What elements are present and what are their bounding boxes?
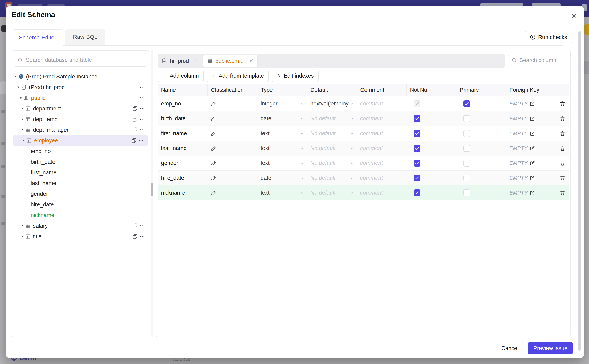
edit-foreign-key-icon[interactable] [529,175,535,181]
type-select[interactable]: text [261,145,307,151]
primary-checkbox[interactable] [463,160,470,167]
more-menu-icon[interactable] [139,234,145,239]
more-menu-icon[interactable] [139,116,145,122]
caret-down-icon[interactable] [18,96,23,100]
tree-item-employee[interactable]: employee [13,135,148,146]
comment-input[interactable]: comment [360,160,383,166]
caret-down-icon[interactable] [16,85,21,89]
type-select[interactable]: text [261,130,307,136]
copy-icon[interactable] [131,138,137,143]
edit-indexes-button[interactable]: Edit indexes [272,70,319,82]
not-null-checkbox[interactable] [414,100,421,107]
not-null-checkbox[interactable] [414,160,421,167]
close-icon[interactable] [571,13,577,20]
primary-checkbox[interactable] [463,115,470,122]
edit-foreign-key-icon[interactable] [529,116,535,122]
cancel-button[interactable]: Cancel [497,342,523,354]
column-name-input[interactable]: nickname [161,190,185,196]
delete-column-icon[interactable] [559,160,566,166]
caret-right-icon[interactable] [20,117,25,121]
more-menu-icon[interactable] [138,138,144,143]
edit-foreign-key-icon[interactable] [529,130,535,136]
column-name-input[interactable]: hire_date [161,175,184,181]
type-select[interactable]: date [261,115,307,122]
default-select[interactable]: No default [310,160,357,166]
classification-edit-icon[interactable] [211,145,217,151]
primary-checkbox[interactable] [463,175,470,182]
default-select[interactable]: No default [310,145,357,151]
run-checks-button[interactable]: Run checks [525,31,572,43]
tab-raw-sql[interactable]: Raw SQL [65,29,105,45]
editor-tab-public-em-[interactable]: public.em... [203,55,258,67]
column-name-input[interactable]: last_name [161,145,187,151]
edit-foreign-key-icon[interactable] [529,145,535,151]
copy-icon[interactable] [132,234,138,239]
caret-down-icon[interactable] [21,138,26,143]
database-search-box[interactable] [14,53,147,67]
primary-checkbox[interactable] [463,145,470,152]
default-select[interactable]: No default [310,130,357,136]
delete-column-icon[interactable] [559,145,566,151]
edit-foreign-key-icon[interactable] [529,190,535,196]
copy-icon[interactable] [132,106,138,111]
tree-item-first_name[interactable]: first_name [12,167,149,178]
tree-item-last_name[interactable]: last_name [12,178,149,188]
classification-edit-icon[interactable] [211,160,217,166]
delete-column-icon[interactable] [559,116,566,122]
not-null-checkbox[interactable] [414,145,421,152]
more-menu-icon[interactable] [139,106,145,111]
column-name-input[interactable]: emp_no [161,101,181,107]
tree-item-salary[interactable]: salary [12,221,149,231]
not-null-checkbox[interactable] [414,115,421,122]
classification-edit-icon[interactable] [211,101,217,107]
tree-item-department[interactable]: department [12,103,149,114]
copy-icon[interactable] [132,116,138,122]
copy-icon[interactable] [132,223,138,229]
column-search-box[interactable] [508,54,568,66]
tree-item-birth_date[interactable]: birth_date [12,156,149,167]
editor-tab-hr_prod[interactable]: hr_prod [158,54,203,68]
primary-checkbox[interactable] [463,100,470,107]
column-search-input[interactable] [519,57,565,64]
close-tab-icon[interactable] [194,59,199,63]
delete-column-icon[interactable] [559,190,566,196]
comment-input[interactable]: comment [360,101,383,107]
caret-right-icon[interactable] [20,234,25,239]
comment-input[interactable]: comment [360,130,383,136]
type-select[interactable]: date [261,175,307,181]
classification-edit-icon[interactable] [211,190,217,196]
comment-input[interactable]: comment [360,145,383,151]
primary-checkbox[interactable] [463,189,470,196]
tree-item-hire_date[interactable]: hire_date [12,199,149,210]
not-null-checkbox[interactable] [414,189,421,196]
column-name-input[interactable]: birth_date [161,115,186,122]
tree-item-emp_no[interactable]: emp_no [12,146,149,156]
classification-edit-icon[interactable] [211,116,217,122]
more-menu-icon[interactable] [139,84,145,90]
preview-issue-button[interactable]: Preview issue [528,342,573,354]
default-select[interactable]: nextval('employ [310,101,357,107]
add-column-button[interactable]: Add column [158,70,204,82]
column-name-input[interactable]: first_name [161,130,187,136]
more-menu-icon[interactable] [139,127,145,133]
caret-right-icon[interactable] [20,224,25,228]
classification-edit-icon[interactable] [211,130,217,136]
modal-scrollbar[interactable] [578,31,581,351]
default-select[interactable]: No default [310,115,357,122]
copy-icon[interactable] [132,127,138,133]
tree-item-title[interactable]: title [12,231,149,242]
more-menu-icon[interactable] [139,223,145,229]
default-select[interactable]: No default [310,175,357,181]
tree-item-dept_manager[interactable]: dept_manager [12,124,149,135]
default-select[interactable]: No default [310,190,357,196]
edit-foreign-key-icon[interactable] [529,160,535,166]
pane-splitter[interactable] [151,51,153,337]
tree-item-gender[interactable]: gender [12,188,149,199]
classification-edit-icon[interactable] [211,175,217,181]
not-null-checkbox[interactable] [414,130,421,137]
delete-column-icon[interactable] [559,175,566,181]
add-from-template-button[interactable]: Add from template [207,70,268,82]
tree-item-public[interactable]: public [12,92,149,103]
tree-item-dept_emp[interactable]: dept_emp [12,114,149,124]
more-menu-icon[interactable] [139,95,145,101]
